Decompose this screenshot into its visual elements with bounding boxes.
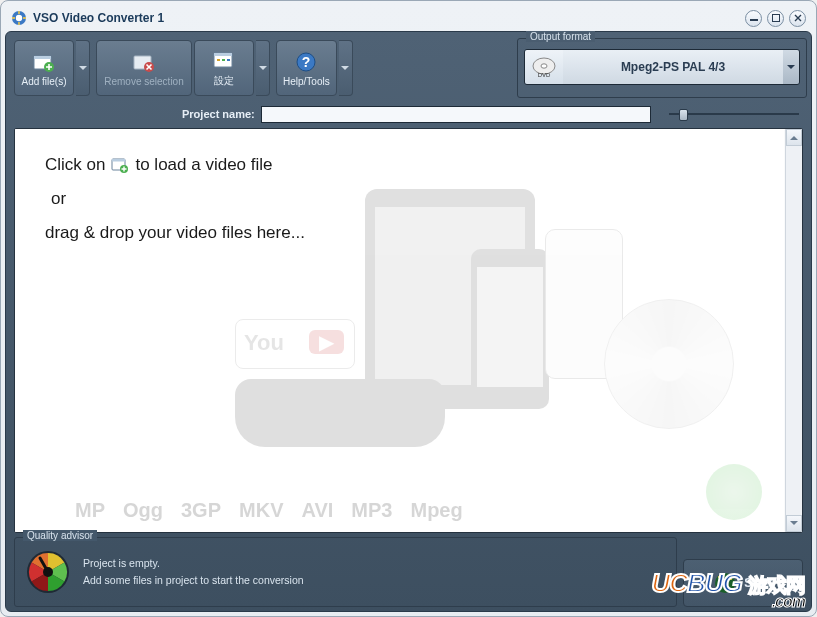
add-files-button[interactable]: Add file(s) [14,40,74,96]
svg-point-1 [16,15,22,21]
scroll-down-button[interactable] [786,515,802,532]
output-format-value: Mpeg2-PS PAL 4/3 [563,50,783,84]
add-file-icon [111,156,129,174]
svg-text:DVD: DVD [538,72,551,78]
remove-icon [132,50,156,74]
quality-advisor-group: Quality advisor Project [14,537,677,607]
add-files-label: Add file(s) [21,76,66,87]
svg-rect-11 [217,59,220,61]
drop-text-1a: Click on [45,155,105,175]
settings-button[interactable]: 設定 [194,40,254,96]
minimize-button[interactable] [745,10,762,27]
background-format-labels: MP Ogg 3GP MKV AVI MP3 Mpeg [75,499,664,522]
drop-text-3: drag & drop your video files here... [45,223,754,243]
quality-line2: Add some files in project to start the c… [83,572,304,589]
settings-icon [212,48,236,72]
close-button[interactable] [789,10,806,27]
title-bar: VSO Video Converter 1 [5,5,812,31]
remove-selection-button[interactable]: Remove selection [96,40,192,96]
help-tools-label: Help/Tools [283,76,330,87]
toolbar: Add file(s) Remove selection 設定 [10,36,363,100]
project-name-input[interactable] [261,106,651,123]
drop-zone[interactable]: Click on to load a video file or drag & … [15,129,784,532]
zoom-slider[interactable] [669,106,799,122]
svg-text:?: ? [302,54,311,70]
file-list-area: Click on to load a video file or drag & … [14,128,803,533]
output-format-combo[interactable]: DVD Mpeg2-PS PAL 4/3 [524,49,800,85]
drop-text-or: or [51,189,754,209]
main-panel: Add file(s) Remove selection 設定 [5,31,812,612]
quality-text: Project is empty. Add some files in proj… [83,555,304,589]
svg-point-18 [541,64,547,68]
svg-rect-2 [750,19,758,21]
start-button[interactable]: Start [683,559,803,607]
svg-rect-10 [214,53,232,56]
help-icon: ? [294,50,318,74]
quality-line1: Project is empty. [83,555,304,572]
svg-rect-3 [772,15,779,22]
app-logo-icon [11,10,27,26]
svg-point-25 [715,573,735,593]
svg-rect-13 [227,59,230,61]
help-tools-dropdown[interactable] [339,40,353,96]
vertical-scrollbar[interactable] [785,129,802,532]
project-name-row: Project name: [10,100,807,128]
settings-label: 設定 [214,74,234,88]
project-name-label: Project name: [182,108,255,120]
maximize-button[interactable] [767,10,784,27]
gauge-icon [25,549,71,595]
toolbar-row: Add file(s) Remove selection 設定 [10,36,807,100]
start-label: Start [744,576,771,590]
scroll-up-button[interactable] [786,129,802,146]
footer: Quality advisor Project [10,533,807,607]
drop-text-1b: to load a video file [135,155,272,175]
output-format-dropdown-arrow[interactable] [783,50,799,84]
start-icon [714,572,736,594]
help-tools-button[interactable]: ? Help/Tools [276,40,337,96]
remove-selection-label: Remove selection [104,76,183,87]
svg-rect-12 [222,59,225,61]
add-files-dropdown[interactable] [76,40,90,96]
quality-advisor-legend: Quality advisor [23,530,97,541]
svg-point-27 [730,578,732,580]
window-title: VSO Video Converter 1 [33,11,164,25]
app-window: VSO Video Converter 1 Add file(s) [0,0,817,617]
dvd-icon: DVD [525,50,563,84]
output-format-group: Output format DVD Mpeg2-PS PAL 4/3 [517,38,807,98]
settings-dropdown[interactable] [256,40,270,96]
svg-point-28 [728,588,730,590]
add-file-icon [32,50,56,74]
svg-rect-21 [112,159,125,162]
output-format-legend: Output format [526,31,595,42]
svg-point-26 [718,576,720,578]
svg-rect-5 [34,56,51,59]
